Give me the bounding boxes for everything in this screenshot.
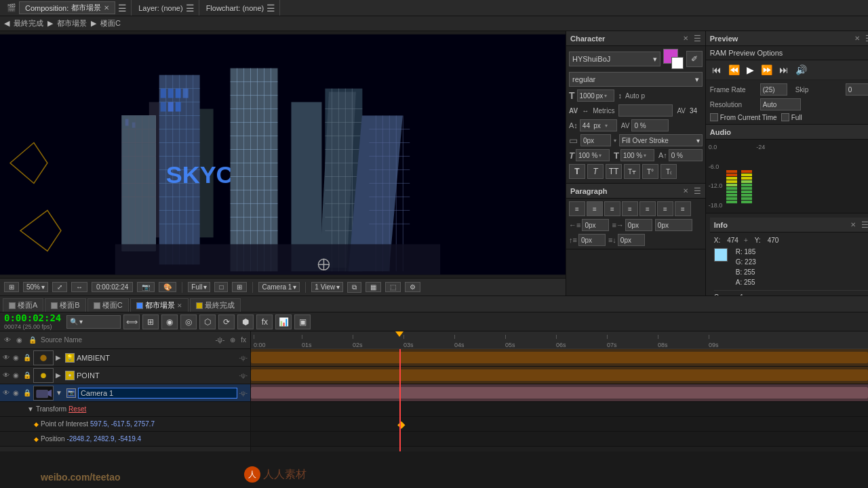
character-panel-menu[interactable]: ☰: [694, 34, 701, 43]
stroke-input[interactable]: 0 px: [580, 134, 611, 146]
preview-panel-menu[interactable]: ☰: [865, 34, 868, 43]
composition-tab[interactable]: Composition: 都市場景 ✕: [19, 1, 115, 14]
stroke-style-dropdown[interactable]: Fill Over Stroke ▾: [619, 134, 703, 146]
prev-frame-btn[interactable]: ⏪: [726, 63, 742, 77]
timeline-layer-camera[interactable]: 👁 ◉ 🔒 ▼ 📷 Camera 1 -ψ-: [0, 384, 250, 402]
align-right-btn[interactable]: ≡: [604, 201, 620, 216]
fit-width-btn[interactable]: ↔: [71, 282, 87, 292]
indent-right-input[interactable]: 0 px: [625, 219, 652, 231]
timeline-render-btn[interactable]: ▣: [294, 314, 311, 329]
snapshot-btn[interactable]: 📷: [137, 282, 155, 292]
comp-tab-5[interactable]: 最終完成: [190, 298, 241, 312]
next-frame-btn[interactable]: ⏩: [759, 63, 774, 77]
preview-panel-close[interactable]: ✕: [854, 35, 860, 42]
grid-btn[interactable]: ⊞: [232, 282, 247, 292]
point-expand[interactable]: ▶: [56, 371, 61, 379]
info-panel-menu[interactable]: ☰: [861, 220, 868, 230]
first-frame-btn[interactable]: ⏮: [710, 63, 724, 77]
last-frame-btn[interactable]: ⏭: [777, 63, 791, 77]
timeline-transform-row[interactable]: ▼ Transform Reset: [0, 402, 250, 417]
layer-menu-icon[interactable]: ☰: [186, 3, 195, 14]
timeline-ruler[interactable]: 0:00 01s 02s 03s 04s 05s 06s 07s 08s 09s: [251, 331, 868, 349]
allcaps-btn[interactable]: TT: [606, 164, 622, 179]
paragraph-panel-close[interactable]: ✕: [683, 187, 688, 195]
transform-reset-btn[interactable]: Reset: [68, 405, 86, 413]
resolution-dropdown[interactable]: Full ▾: [188, 282, 210, 292]
nav-back-btn[interactable]: ◀: [4, 19, 9, 28]
comp-tab-1[interactable]: 楼面A: [3, 298, 43, 312]
italic-btn[interactable]: T: [587, 164, 604, 179]
track-point[interactable]: [251, 367, 868, 384]
info-panel-close[interactable]: ✕: [850, 221, 856, 228]
skip-input[interactable]: 0: [846, 83, 868, 96]
camera-dropdown[interactable]: Camera 1 ▾: [258, 282, 300, 292]
viewer-area[interactable]: Camera 1 OpenGL: [0, 31, 566, 278]
zoom-dropdown[interactable]: 50% ▾: [23, 282, 48, 292]
track-camera[interactable]: [251, 384, 868, 402]
timecode-display[interactable]: 0:00:02:24: [92, 282, 133, 292]
indent-left-input[interactable]: 0 px: [582, 219, 609, 231]
ambient-lock[interactable]: 🔒: [23, 354, 31, 361]
play-btn[interactable]: ▶: [745, 63, 756, 77]
subscript-btn[interactable]: T₍: [660, 164, 677, 179]
view-options-btn[interactable]: ⧉: [347, 282, 361, 293]
track-ambient[interactable]: [251, 349, 868, 367]
smallcaps-btn[interactable]: Tᴛ: [624, 164, 640, 179]
timeline-snap-btn[interactable]: ⊞: [142, 314, 159, 329]
canvas-settings-btn[interactable]: ⚙: [405, 282, 420, 292]
superscript-btn[interactable]: T°: [642, 164, 658, 179]
leading-input[interactable]: 44 px ▾: [580, 119, 617, 131]
grid-toggle-btn[interactable]: ⊞: [4, 282, 19, 292]
frame-rate-input[interactable]: (25): [760, 83, 787, 96]
view-toggle-btn[interactable]: ▦: [366, 282, 381, 292]
timeline-draft-btn[interactable]: ⟳: [218, 314, 235, 329]
comp-tab-3[interactable]: 楼面C: [87, 298, 129, 312]
transform-expand[interactable]: ▼: [27, 405, 34, 413]
color-correction-btn[interactable]: 🎨: [159, 282, 176, 292]
ambient-expand[interactable]: ▶: [56, 354, 61, 361]
space-before-input[interactable]: 0 px: [578, 234, 606, 246]
breadcrumb-item-2[interactable]: 都市場景: [57, 18, 87, 28]
flowchart-menu-icon[interactable]: ☰: [267, 3, 275, 14]
composition-tab-close[interactable]: ✕: [104, 4, 109, 12]
fit-btn[interactable]: ⤢: [52, 282, 67, 292]
point-solo[interactable]: ◉: [13, 371, 21, 379]
timeline-3d-btn[interactable]: ⬢: [237, 314, 254, 329]
camera-solo[interactable]: ◉: [13, 389, 21, 396]
camera-eye[interactable]: 👁: [3, 389, 11, 396]
align-justify-right-btn[interactable]: ≡: [657, 201, 673, 216]
full-cb-box[interactable]: [781, 113, 789, 121]
audio-btn[interactable]: 🔊: [793, 63, 809, 77]
timeline-frame-blend-btn[interactable]: ⬡: [199, 314, 216, 329]
align-justify-left-btn[interactable]: ≡: [639, 201, 656, 216]
view-count-dropdown[interactable]: 1 View ▾: [311, 282, 343, 292]
region-btn[interactable]: □: [214, 282, 228, 292]
ambient-eye[interactable]: 👁: [3, 354, 11, 361]
ambient-solo[interactable]: ◉: [13, 354, 21, 361]
timeline-solo-btn[interactable]: ◉: [161, 314, 178, 329]
comp-tab-4-close[interactable]: ✕: [177, 302, 182, 309]
camera-layer-name[interactable]: Camera 1: [78, 388, 237, 399]
align-justify-center-btn[interactable]: ≡: [675, 201, 691, 216]
align-justify-btn[interactable]: ≡: [622, 201, 638, 216]
timeline-expressions-btn[interactable]: fx: [256, 314, 273, 329]
comp-tab-2[interactable]: 楼面B: [45, 298, 85, 312]
paragraph-panel-menu[interactable]: ☰: [694, 186, 701, 196]
font-dropdown[interactable]: HYShuiBoJ ▾: [569, 52, 660, 66]
timeline-layer-ambient[interactable]: 👁 ◉ 🔒 ▶ 💡 AMBIENT -ψ-: [0, 349, 250, 367]
space-after-input[interactable]: 0 px: [618, 234, 645, 246]
camera-lock[interactable]: 🔒: [23, 389, 31, 396]
background-color-swatch[interactable]: [671, 57, 684, 69]
from-current-checkbox[interactable]: From Current Time: [710, 113, 777, 121]
first-indent-input[interactable]: 0 px: [655, 219, 692, 231]
timeline-ripple-btn[interactable]: ⟺: [123, 314, 140, 329]
timeline-position-row[interactable]: ◆ Position -2848.2, 2482.9, -5419.4: [0, 432, 250, 447]
comp-tab-4[interactable]: 都市場景 ✕: [130, 298, 189, 312]
point-lock[interactable]: 🔒: [23, 371, 31, 379]
eyedropper-btn[interactable]: ✐: [686, 51, 703, 67]
horiz-scale-input[interactable]: 100 % ▾: [576, 149, 610, 161]
camera-expand[interactable]: ▼: [56, 389, 62, 396]
timeline-motion-blur-btn[interactable]: ◎: [180, 314, 197, 329]
timeline-chart-btn[interactable]: 📊: [275, 314, 292, 329]
font-style-dropdown[interactable]: regular ▾: [569, 72, 703, 87]
